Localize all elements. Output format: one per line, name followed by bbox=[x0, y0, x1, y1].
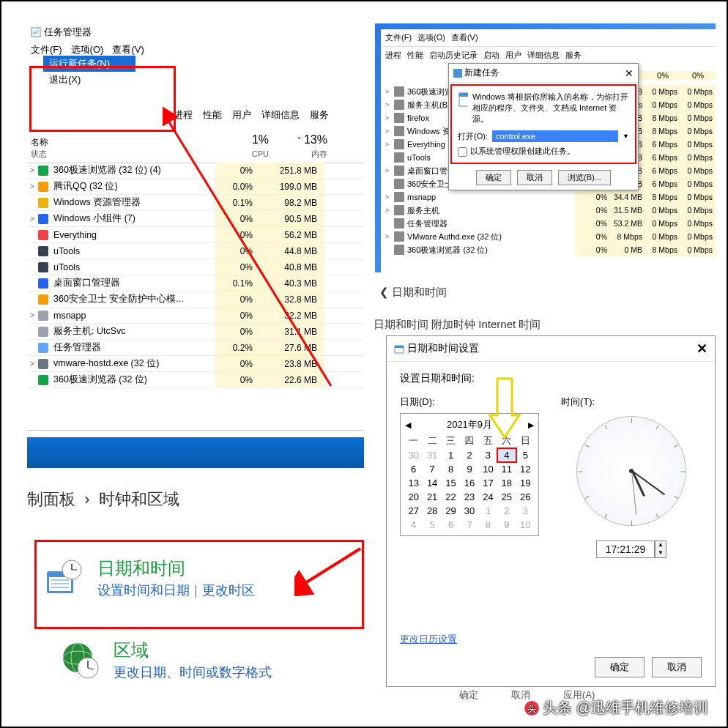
menu-view[interactable]: 查看(V) bbox=[112, 43, 144, 56]
calendar-day[interactable]: 15 bbox=[442, 477, 459, 489]
svg-rect-2 bbox=[453, 69, 462, 78]
table-row[interactable]: uTools0%44.8 MB bbox=[27, 243, 364, 259]
time-input[interactable]: ▲▼ bbox=[561, 541, 702, 558]
table-row[interactable]: >msnapp0%34.4 MB8 Mbps0 Mbps bbox=[385, 190, 716, 204]
calendar-day[interactable]: 5 bbox=[423, 519, 440, 531]
calendar-day[interactable]: 5 bbox=[517, 449, 534, 461]
table-row[interactable]: 任务管理器0%53.2 MB0 Mbps0 Mbps bbox=[385, 217, 716, 230]
calendar-day[interactable]: 6 bbox=[405, 463, 422, 475]
calendar-day[interactable]: 28 bbox=[423, 505, 440, 517]
menu-options[interactable]: 选项(O) bbox=[71, 43, 104, 56]
table-row[interactable]: >服务主机0%31.5 MB0 Mbps0 Mbps bbox=[385, 204, 716, 217]
calendar-day[interactable]: 2 bbox=[498, 505, 515, 517]
calendar-day[interactable]: 18 bbox=[498, 477, 515, 489]
calendar-day[interactable]: 23 bbox=[461, 491, 478, 503]
calendar-day[interactable]: 7 bbox=[461, 519, 478, 531]
calendar-day[interactable]: 3 bbox=[517, 505, 534, 517]
table-row[interactable]: Everything0%56.2 MB bbox=[27, 227, 364, 243]
change-calendar-link[interactable]: 更改日历设置 bbox=[400, 633, 457, 646]
calendar-clock-icon bbox=[44, 558, 84, 598]
tab-users[interactable]: 用户 bbox=[232, 108, 251, 122]
calendar-day[interactable]: 9 bbox=[461, 463, 478, 475]
calendar-day[interactable]: 3 bbox=[480, 449, 497, 461]
dt-ok-button[interactable]: 确定 bbox=[595, 657, 645, 677]
taskmgr-run-panel: 文件(F) 选项(O) 查看(V) 进程 性能 启动历史记录 启动 用户 详细信… bbox=[375, 23, 716, 272]
calendar-day[interactable]: 30 bbox=[405, 449, 422, 461]
calendar-day[interactable]: 6 bbox=[442, 519, 459, 531]
datetime-dialog: 日期和时间设置 ✕ 设置日期和时间: 日期(D): ◀ 2021年9月 ▶ 一二… bbox=[386, 335, 716, 687]
calendar-day[interactable]: 20 bbox=[405, 491, 422, 503]
calendar-day[interactable]: 30 bbox=[461, 505, 478, 517]
taskmgr-panel: 任务管理器 文件(F) 选项(O) 查看(V) 运行新任务(N) 退出(X) 进… bbox=[27, 23, 364, 456]
calendar-day[interactable]: 21 bbox=[423, 491, 440, 503]
calendar-day[interactable]: 11 bbox=[498, 463, 515, 475]
run-browse-button[interactable]: 浏览(B)... bbox=[558, 170, 611, 185]
calendar-day[interactable]: 31 bbox=[423, 449, 440, 461]
spin-down[interactable]: ▼ bbox=[655, 549, 666, 557]
calendar-day[interactable]: 10 bbox=[517, 519, 534, 531]
calendar-day[interactable]: 1 bbox=[442, 449, 459, 461]
tab-processes[interactable]: 进程 bbox=[174, 108, 193, 122]
table-row[interactable]: 360安全卫士 安全防护中心模...0%32.8 MB bbox=[27, 291, 364, 308]
calendar-day[interactable]: 24 bbox=[480, 491, 497, 503]
table-row[interactable]: >Windows 小组件 (7)0%90.5 MB bbox=[27, 211, 364, 227]
calendar-day[interactable]: 2 bbox=[461, 449, 478, 461]
cp-datetime[interactable]: 日期和时间 设置时间和日期|更改时区 bbox=[44, 557, 354, 599]
run-ok-button[interactable]: 确定 bbox=[476, 170, 511, 185]
svg-rect-0 bbox=[31, 28, 40, 37]
calendar-day[interactable]: 13 bbox=[405, 477, 422, 489]
spin-up[interactable]: ▲ bbox=[655, 541, 666, 549]
admin-checkbox[interactable] bbox=[458, 147, 467, 157]
close-icon[interactable]: ✕ bbox=[697, 341, 707, 357]
calendar-day[interactable]: 1 bbox=[480, 505, 497, 517]
calendar-day[interactable]: 8 bbox=[442, 463, 459, 475]
table-row[interactable]: >msnapp0%32.2 MB bbox=[27, 308, 364, 324]
menu-file[interactable]: 文件(F) bbox=[31, 43, 62, 56]
table-row[interactable]: uTools0%40.8 MB bbox=[27, 259, 364, 275]
calendar-day[interactable]: 27 bbox=[405, 505, 422, 517]
dt-cancel-button[interactable]: 取消 bbox=[652, 657, 702, 677]
close-icon[interactable]: ✕ bbox=[625, 67, 634, 79]
tab-performance[interactable]: 性能 bbox=[203, 108, 222, 122]
calendar-day[interactable]: 26 bbox=[517, 491, 534, 503]
table-row[interactable]: Windows 资源管理器0.1%98.2 MB bbox=[27, 195, 364, 211]
blue-stripe bbox=[27, 437, 364, 468]
table-row[interactable]: >VMware Authd.exe (32 位)0%8 Mbps0 Mbps0 … bbox=[385, 230, 716, 243]
calendar-day[interactable]: 10 bbox=[480, 463, 497, 475]
calendar-day[interactable]: 16 bbox=[461, 477, 478, 489]
calendar-day[interactable]: 4 bbox=[405, 519, 422, 531]
globe-clock-icon bbox=[60, 640, 100, 680]
calendar-day[interactable]: 19 bbox=[517, 477, 534, 489]
calendar-day[interactable]: 14 bbox=[423, 477, 440, 489]
table-row[interactable]: 服务主机: UtcSvc0%31.1 MB bbox=[27, 324, 364, 340]
tab-details[interactable]: 详细信息 bbox=[261, 108, 300, 122]
calendar-icon bbox=[394, 343, 404, 354]
run-cancel-button[interactable]: 取消 bbox=[517, 170, 552, 185]
run-icon bbox=[453, 69, 462, 78]
table-row[interactable]: >vmware-hostd.exe (32 位)0%23.8 MB bbox=[27, 356, 364, 372]
calendar-day[interactable]: 7 bbox=[423, 463, 440, 475]
table-row[interactable]: 桌面窗口管理器0.1%40.3 MB bbox=[27, 275, 364, 291]
table-row[interactable]: 任务管理器0.2%27.6 MB bbox=[27, 340, 364, 356]
chevron-down-icon[interactable]: ▼ bbox=[623, 133, 629, 140]
calendar-day[interactable]: 12 bbox=[517, 463, 534, 475]
table-row[interactable]: >360极速浏览器 (32 位) (4)0%251.8 MB bbox=[27, 163, 364, 179]
calendar-day[interactable]: 8 bbox=[480, 519, 497, 531]
cp-region[interactable]: 区域 更改日期、时间或数字格式 bbox=[60, 639, 272, 681]
analog-clock bbox=[576, 416, 686, 526]
calendar-day[interactable]: 22 bbox=[442, 491, 459, 503]
calendar-day[interactable]: 17 bbox=[480, 477, 497, 489]
run-input[interactable] bbox=[492, 130, 618, 142]
next-month[interactable]: ▶ bbox=[528, 420, 534, 430]
tm-title: 任务管理器 bbox=[27, 23, 148, 41]
tab-services[interactable]: 服务 bbox=[310, 108, 329, 122]
table-row[interactable]: 360极速浏览器 (32 位)0%0 MB8 Mbps0 Mbps bbox=[385, 243, 716, 256]
calendar-day[interactable]: 9 bbox=[498, 519, 515, 531]
calendar-day[interactable]: 29 bbox=[442, 505, 459, 517]
table-row[interactable]: >腾讯QQ (32 位)0.0%199.0 MB bbox=[27, 179, 364, 195]
prev-month[interactable]: ◀ bbox=[405, 420, 411, 430]
calendar-day[interactable]: 25 bbox=[498, 491, 515, 503]
process-list: >360极速浏览器 (32 位) (4)0%251.8 MB>腾讯QQ (32 … bbox=[27, 163, 364, 388]
table-row[interactable]: 360极速浏览器 (32 位)0%22.6 MB bbox=[27, 372, 364, 388]
calendar-day[interactable]: 4 bbox=[498, 449, 515, 461]
